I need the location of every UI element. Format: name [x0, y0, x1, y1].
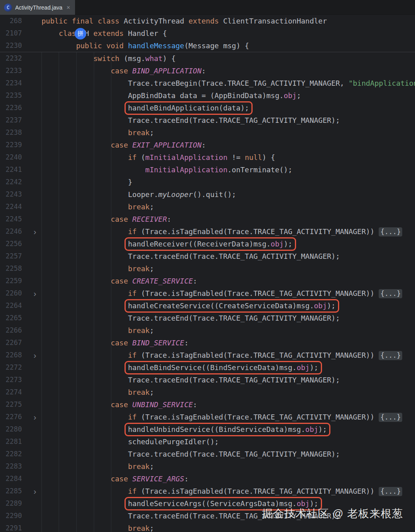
tab-close-icon[interactable]: ✕	[66, 5, 70, 10]
code-text[interactable]: if (Trace.isTagEnabled(Trace.TRACE_TAG_A…	[42, 487, 402, 495]
code-text[interactable]: mInitialApplication.onTerminate();	[42, 166, 292, 174]
code-line-2291: 2291break;	[0, 522, 415, 532]
line-number[interactable]: 2256	[0, 238, 22, 250]
line-number[interactable]: 2243	[0, 188, 22, 201]
line-number[interactable]: 2234	[0, 77, 22, 89]
folded-region-badge[interactable]: {...}	[379, 413, 402, 422]
code-text[interactable]: class H extends Handler {	[42, 29, 167, 37]
fold-arrow-icon[interactable]: ›	[34, 485, 36, 497]
line-number[interactable]: 2273	[0, 374, 22, 386]
code-text[interactable]: schedulePurgeIdler();	[42, 437, 219, 446]
code-text[interactable]: Trace.traceEnd(Trace.TRACE_TAG_ACTIVITY_…	[42, 450, 340, 458]
code-text[interactable]: break;	[42, 462, 154, 471]
line-number[interactable]: 2268	[0, 349, 22, 361]
line-number[interactable]: 2257	[0, 250, 22, 262]
line-number[interactable]: 2280	[0, 423, 22, 435]
code-text[interactable]: switch (msg.what) {	[42, 54, 176, 63]
line-number[interactable]: 2274	[0, 386, 22, 398]
code-text[interactable]: Trace.traceEnd(Trace.TRACE_TAG_ACTIVITY_…	[42, 376, 340, 384]
code-text[interactable]: }	[42, 178, 132, 186]
line-number[interactable]: 2259	[0, 275, 22, 287]
line-number[interactable]: 268	[0, 15, 22, 27]
code-text[interactable]: break;	[42, 326, 154, 335]
code-line-2284: 2284case SERVICE_ARGS:	[0, 473, 415, 485]
line-number[interactable]: 2232	[0, 52, 22, 65]
code-text[interactable]: Trace.traceEnd(Trace.TRACE_TAG_ACTIVITY_…	[42, 252, 340, 260]
code-text[interactable]: public final class ActivityThread extend…	[42, 17, 327, 25]
code-line-2256: 2256handleReceiver((ReceiverData)msg.obj…	[0, 238, 415, 250]
fold-arrow-icon[interactable]: ›	[34, 411, 36, 423]
code-text[interactable]: AppBindData data = (AppBindData)msg.obj;	[42, 91, 301, 100]
line-number[interactable]: 2282	[0, 448, 22, 460]
code-text[interactable]: handleCreateService((CreateServiceData)m…	[42, 301, 339, 310]
line-number[interactable]: 2230	[0, 39, 22, 52]
code-text[interactable]: Trace.traceEnd(Trace.TRACE_TAG_ACTIVITY_…	[42, 116, 340, 124]
folded-region-badge[interactable]: {...}	[379, 487, 402, 496]
code-text[interactable]: break;	[42, 264, 154, 273]
code-text[interactable]: handleUnbindService((BindServiceData)msg…	[42, 425, 330, 433]
fold-arrow-icon[interactable]: ›	[34, 287, 36, 299]
code-text[interactable]: case CREATE_SERVICE:	[42, 277, 197, 285]
code-text[interactable]: if (mInitialApplication != null) {	[42, 153, 275, 162]
code-text[interactable]: if (Trace.isTagEnabled(Trace.TRACE_TAG_A…	[42, 289, 402, 298]
line-number[interactable]: 2245	[0, 213, 22, 225]
line-number[interactable]: 2107	[0, 27, 22, 39]
code-text[interactable]: case BIND_SERVICE:	[42, 339, 188, 347]
code-text[interactable]: Trace.traceEnd(Trace.TRACE_TAG_ACTIVITY_…	[42, 314, 340, 322]
line-number[interactable]: 2233	[0, 65, 22, 77]
code-text[interactable]: if (Trace.isTagEnabled(Trace.TRACE_TAG_A…	[42, 351, 402, 359]
line-number[interactable]: 2285	[0, 485, 22, 497]
code-text[interactable]: Trace.traceBegin(Trace.TRACE_TAG_ACTIVIT…	[42, 79, 415, 87]
code-editor[interactable]: 2232switch (msg.what) {2233case BIND_APP…	[0, 52, 415, 532]
tab-activitythread[interactable]: C ActivityThread.java ✕	[0, 0, 75, 15]
editor-tab-bar: C ActivityThread.java ✕	[0, 0, 415, 15]
line-number[interactable]: 2291	[0, 522, 22, 532]
folded-region-badge[interactable]: {...}	[379, 289, 402, 298]
line-number[interactable]: 2275	[0, 398, 22, 411]
code-text[interactable]: if (Trace.isTagEnabled(Trace.TRACE_TAG_A…	[42, 413, 402, 421]
line-number[interactable]: 2272	[0, 361, 22, 374]
line-number[interactable]: 2246	[0, 225, 22, 238]
line-number[interactable]: 2241	[0, 164, 22, 176]
code-text[interactable]: break;	[42, 128, 154, 137]
line-number[interactable]: 2289	[0, 497, 22, 510]
fold-arrow-icon[interactable]: ›	[34, 225, 36, 238]
line-number[interactable]: 2260	[0, 287, 22, 299]
line-number[interactable]: 2237	[0, 114, 22, 126]
code-text[interactable]: case SERVICE_ARGS:	[42, 475, 188, 483]
line-number[interactable]: 2240	[0, 151, 22, 164]
code-text[interactable]: case BIND_APPLICATION:	[42, 67, 206, 75]
code-text[interactable]: public void handleMessage(Message msg) {	[42, 41, 249, 50]
code-text[interactable]: case UNBIND_SERVICE:	[42, 400, 197, 409]
line-number[interactable]: 2284	[0, 473, 22, 485]
code-text[interactable]: if (Trace.isTagEnabled(Trace.TRACE_TAG_A…	[42, 227, 402, 236]
line-number[interactable]: 2281	[0, 435, 22, 448]
line-number[interactable]: 2267	[0, 337, 22, 349]
code-text[interactable]: handleBindApplication(data);	[42, 104, 253, 112]
code-text[interactable]: case RECEIVER:	[42, 215, 171, 223]
line-number[interactable]: 2264	[0, 299, 22, 312]
code-text[interactable]: break;	[42, 203, 154, 211]
line-number[interactable]: 2244	[0, 201, 22, 213]
code-text[interactable]: Looper.myLooper().quit();	[42, 190, 236, 199]
line-number[interactable]: 2290	[0, 510, 22, 522]
highlight-box: handleBindService((BindServiceData)msg.o…	[125, 361, 322, 374]
line-number[interactable]: 2238	[0, 126, 22, 139]
line-number[interactable]: 2235	[0, 89, 22, 102]
line-number[interactable]: 2265	[0, 312, 22, 324]
fold-arrow-icon[interactable]: ›	[34, 349, 36, 361]
line-number[interactable]: 2258	[0, 262, 22, 275]
line-number[interactable]: 2242	[0, 176, 22, 188]
line-number[interactable]: 2283	[0, 460, 22, 473]
code-text[interactable]: case EXIT_APPLICATION:	[42, 141, 206, 149]
line-number[interactable]: 2276	[0, 411, 22, 423]
line-number[interactable]: 2239	[0, 139, 22, 151]
code-text[interactable]: break;	[42, 524, 154, 532]
code-text[interactable]: handleReceiver((ReceiverData)msg.obj);	[42, 240, 296, 248]
folded-region-badge[interactable]: {...}	[379, 351, 402, 360]
line-number[interactable]: 2266	[0, 324, 22, 337]
code-text[interactable]: break;	[42, 388, 154, 396]
folded-region-badge[interactable]: {...}	[379, 227, 402, 236]
line-number[interactable]: 2236	[0, 102, 22, 114]
code-text[interactable]: handleBindService((BindServiceData)msg.o…	[42, 363, 322, 372]
